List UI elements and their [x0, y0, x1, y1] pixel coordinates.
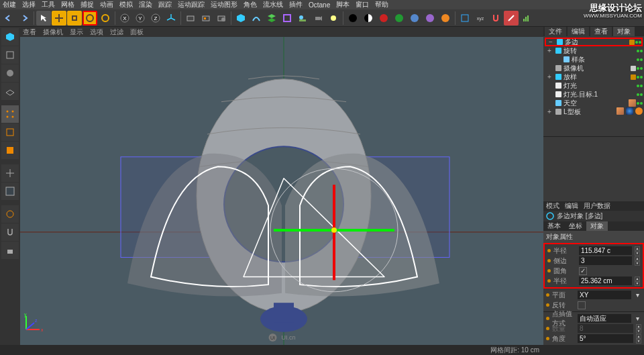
spline-button[interactable] [249, 11, 264, 26]
camera-button[interactable] [311, 11, 325, 26]
tree-item[interactable]: 样条 [545, 55, 643, 64]
snap-mode[interactable] [1, 223, 19, 241]
menu-渲染[interactable]: 渲染 [139, 0, 152, 9]
render-view-button[interactable] [183, 11, 198, 26]
menu-网格[interactable]: 网格 [61, 0, 74, 9]
tree-toggle[interactable]: + [546, 47, 553, 54]
attr-value[interactable]: 8 [578, 324, 633, 333]
keyframe-dot[interactable] [546, 303, 549, 307]
axis-gizmo[interactable]: xyz [23, 313, 43, 333]
recent-tool[interactable] [98, 11, 113, 26]
attr-tab-基本[interactable]: 基本 [543, 221, 565, 231]
tree-item[interactable]: 灯光.目标.1 [545, 90, 643, 99]
panel-tab-对象[interactable]: 对象 [613, 27, 635, 36]
edge-mode[interactable] [1, 123, 19, 141]
menu-插件[interactable]: 插件 [289, 0, 303, 9]
snap-toggle[interactable] [488, 11, 503, 26]
vpmenu-面板[interactable]: 面板 [130, 28, 144, 37]
menu-运动跟踪[interactable]: 运动跟踪 [178, 0, 205, 9]
tree-item[interactable]: 天空 [545, 99, 643, 107]
environment-button[interactable] [295, 11, 310, 26]
spinner[interactable]: ▲▼ [636, 334, 641, 343]
attr-menu-编辑[interactable]: 编辑 [565, 201, 578, 211]
menu-运动图形[interactable]: 运动图形 [211, 0, 237, 9]
generator-button[interactable] [264, 11, 279, 26]
attr-value[interactable]: 自动适应 [578, 314, 631, 323]
menu-模拟[interactable]: 模拟 [119, 0, 133, 9]
dropdown-icon[interactable]: ▾ [634, 315, 641, 322]
checkbox[interactable]: ✓ [579, 267, 587, 275]
panel-tab-文件[interactable]: 文件 [545, 27, 566, 36]
panel-tab-编辑[interactable]: 编辑 [568, 27, 589, 36]
polygon-mode[interactable] [1, 142, 19, 159]
attr-value[interactable]: 5° [578, 334, 633, 343]
menu-角色[interactable]: 角色 [244, 0, 257, 9]
checkbox[interactable] [578, 301, 586, 309]
menu-动画[interactable]: 动画 [100, 0, 113, 9]
tree-item[interactable]: 灯光 [545, 81, 643, 90]
menu-帮助[interactable]: 帮助 [375, 0, 388, 9]
light-button[interactable] [326, 11, 341, 26]
octane-purple-icon[interactable] [423, 11, 437, 26]
keyframe-dot[interactable] [547, 279, 551, 283]
viewport-solo[interactable] [1, 183, 19, 200]
x-axis-toggle[interactable]: X [117, 11, 132, 26]
rotate-tool[interactable] [83, 11, 97, 26]
keyframe-dot[interactable] [547, 249, 551, 252]
vpmenu-过滤[interactable]: 过滤 [110, 28, 123, 37]
octane-blue-icon[interactable] [407, 11, 422, 26]
attr-value[interactable]: 25.362 cm [579, 276, 632, 285]
render-region-button[interactable] [199, 11, 213, 26]
select-tool[interactable] [36, 11, 51, 26]
tree-item[interactable]: −多边 [545, 38, 643, 46]
model-mode[interactable] [1, 46, 19, 64]
object-tree[interactable]: −多边+旋转样条摄像机+放样灯光灯光.目标.1天空+L型板 [543, 36, 644, 137]
tree-toggle[interactable]: + [546, 73, 553, 81]
menu-Octane[interactable]: Octane [309, 1, 330, 9]
vpmenu-选项[interactable]: 选项 [90, 28, 103, 37]
tree-item[interactable]: +L型板 [545, 107, 643, 116]
vpmenu-查看[interactable]: 查看 [23, 28, 36, 37]
spinner[interactable]: ▲▼ [636, 324, 641, 333]
attr-menu-用户数据[interactable]: 用户数据 [584, 201, 610, 211]
stats-icon[interactable] [519, 11, 534, 26]
tweak-mode[interactable] [1, 205, 19, 223]
toggle-icon-1[interactable] [458, 11, 472, 26]
attr-tab-坐标[interactable]: 坐标 [565, 221, 586, 231]
point-mode[interactable] [1, 105, 19, 123]
make-editable-button[interactable] [1, 28, 19, 46]
tree-toggle[interactable]: − [547, 38, 554, 46]
octane-half-icon[interactable] [361, 11, 376, 26]
menu-脚本[interactable]: 脚本 [336, 0, 350, 9]
primitive-button[interactable] [233, 11, 248, 26]
keyframe-dot[interactable] [546, 293, 549, 297]
panel-tab-查看[interactable]: 查看 [590, 27, 612, 36]
attr-value[interactable]: XY [578, 291, 631, 299]
spinner[interactable]: ▲▼ [635, 256, 640, 265]
menu-捕捉[interactable]: 捕捉 [80, 0, 94, 9]
octane-green-icon[interactable] [392, 11, 407, 26]
menu-创建[interactable]: 创建 [3, 0, 16, 9]
move-tool[interactable] [52, 11, 66, 26]
attr-value[interactable]: 3 [579, 256, 632, 265]
redo-button[interactable] [17, 11, 32, 26]
workplane-lock[interactable] [1, 242, 19, 259]
tree-item[interactable]: +旋转 [545, 46, 643, 55]
3d-viewport[interactable]: xyz UI UI.cn [20, 37, 543, 345]
menu-跟踪[interactable]: 跟踪 [158, 0, 172, 9]
keyframe-dot[interactable] [547, 269, 551, 272]
vpmenu-显示[interactable]: 显示 [70, 28, 83, 37]
keyframe-dot[interactable] [546, 327, 549, 330]
tree-toggle[interactable]: + [546, 108, 553, 115]
coord-system-toggle[interactable] [164, 11, 178, 26]
attr-value[interactable]: 115.847 c [579, 246, 632, 255]
keyframe-dot[interactable] [546, 317, 549, 320]
deformer-button[interactable] [280, 11, 294, 26]
tree-item[interactable]: 摄像机 [545, 64, 643, 72]
vpmenu-摄像机[interactable]: 摄像机 [43, 28, 63, 37]
keyframe-dot[interactable] [546, 337, 549, 340]
menu-工具[interactable]: 工具 [42, 0, 55, 9]
octane-orange-icon[interactable] [438, 11, 453, 26]
attr-menu-模式[interactable]: 模式 [546, 201, 559, 211]
spinner[interactable]: ▲▼ [635, 246, 640, 255]
